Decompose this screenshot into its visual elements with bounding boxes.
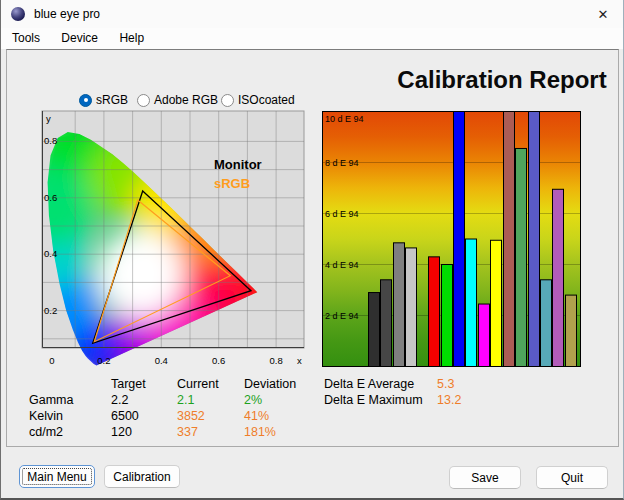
delta-bar (504, 111, 515, 367)
title-bar: blue eye pro ✕ (1, 0, 623, 28)
metrics-header (29, 377, 111, 393)
metrics-header: Deviation (244, 377, 324, 393)
menu-tools[interactable]: Tools (3, 28, 49, 47)
metric-current: 2.1 (177, 393, 244, 409)
calibration-button[interactable]: Calibration (104, 465, 180, 488)
menu-help[interactable]: Help (110, 28, 153, 47)
delta-bar (566, 295, 577, 366)
metric-label: Kelvin (29, 409, 111, 425)
window-title: blue eye pro (34, 7, 100, 21)
gamut-option-label: sRGB (96, 93, 128, 107)
delta-bar (516, 148, 527, 366)
metric-deviation: 181% (244, 425, 324, 441)
save-button[interactable]: Save (449, 466, 521, 489)
cie-x-tick: 0.4 (155, 355, 168, 366)
calibration-metrics-table: TargetCurrentDeviationGamma2.22.12%Kelvi… (29, 377, 324, 441)
delta-bar (429, 257, 440, 367)
cie-chromaticity-diagram: y x 0 0.2 0.4 0.6 0.8 0.2 0.4 0.6 0.8 Mo… (37, 106, 311, 372)
metric-target: 6500 (111, 409, 177, 425)
app-window: blue eye pro ✕ Tools Device Help Calibra… (0, 0, 624, 500)
legend-srgb: sRGB (214, 176, 250, 191)
gamut-option-label: Adobe RGB (154, 93, 218, 107)
delta-bar (394, 243, 405, 367)
metric-label: Gamma (29, 393, 111, 409)
cie-y-tick: 0.4 (44, 248, 57, 259)
delta-average-label: Delta E Average (324, 377, 437, 393)
delta-bar (442, 265, 453, 367)
svg-text:8 d E 94: 8 d E 94 (325, 158, 359, 168)
radio-selected-icon (79, 94, 92, 107)
cie-x-axis-letter: x (297, 355, 302, 366)
metric-deviation: 2% (244, 393, 324, 409)
metric-current: 337 (177, 425, 244, 441)
svg-text:4 d E 94: 4 d E 94 (325, 260, 359, 270)
menu-device[interactable]: Device (52, 28, 107, 47)
metric-current: 3852 (177, 409, 244, 425)
legend-monitor: Monitor (214, 157, 262, 172)
cie-y-tick: 0.6 (44, 192, 57, 203)
delta-maximum-value: 13.2 (437, 393, 497, 409)
metrics-header: Current (177, 377, 244, 393)
cie-x-tick: 0.6 (212, 355, 225, 366)
page-title: Calibration Report (386, 66, 618, 94)
cie-y-axis-letter: y (46, 113, 51, 124)
app-icon (11, 7, 25, 21)
cie-x-tick: 0 (49, 355, 54, 366)
cie-y-tick: 0.8 (44, 135, 57, 146)
delta-bar (466, 239, 477, 367)
radio-icon (221, 94, 234, 107)
delta-bar (406, 248, 417, 367)
main-menu-button[interactable]: Main Menu (19, 465, 95, 488)
delta-e-summary: Delta E Average 5.3 Delta E Maximum 13.2 (324, 377, 497, 409)
close-icon[interactable]: ✕ (589, 2, 617, 26)
svg-text:6 d E 94: 6 d E 94 (325, 209, 359, 219)
delta-bar (553, 189, 564, 366)
radio-icon (137, 94, 150, 107)
cie-x-tick: 0.2 (97, 355, 110, 366)
delta-bar (491, 240, 502, 366)
metric-target: 120 (111, 425, 177, 441)
cie-x-tick: 0.8 (269, 355, 282, 366)
metrics-header: Target (111, 377, 177, 393)
quit-button[interactable]: Quit (536, 466, 608, 489)
delta-bar (479, 304, 490, 366)
delta-bar (381, 280, 392, 367)
delta-bar (369, 293, 380, 367)
delta-maximum-label: Delta E Maximum (324, 393, 437, 409)
delta-bar (454, 111, 465, 367)
metric-target: 2.2 (111, 393, 177, 409)
menu-bar: Tools Device Help (1, 28, 623, 49)
gamut-option-label: ISOcoated (238, 93, 295, 107)
delta-bar (529, 111, 540, 367)
delta-bar (541, 280, 552, 367)
delta-average-value: 5.3 (437, 377, 497, 393)
delta-e-bar-chart: 2 d E 944 d E 946 d E 948 d E 9410 d E 9… (322, 111, 581, 367)
metric-label: cd/m2 (29, 425, 111, 441)
cie-y-tick: 0.2 (44, 305, 57, 316)
metric-deviation: 41% (244, 409, 324, 425)
svg-text:10 d E 94: 10 d E 94 (325, 114, 364, 124)
svg-text:2 d E 94: 2 d E 94 (325, 311, 359, 321)
